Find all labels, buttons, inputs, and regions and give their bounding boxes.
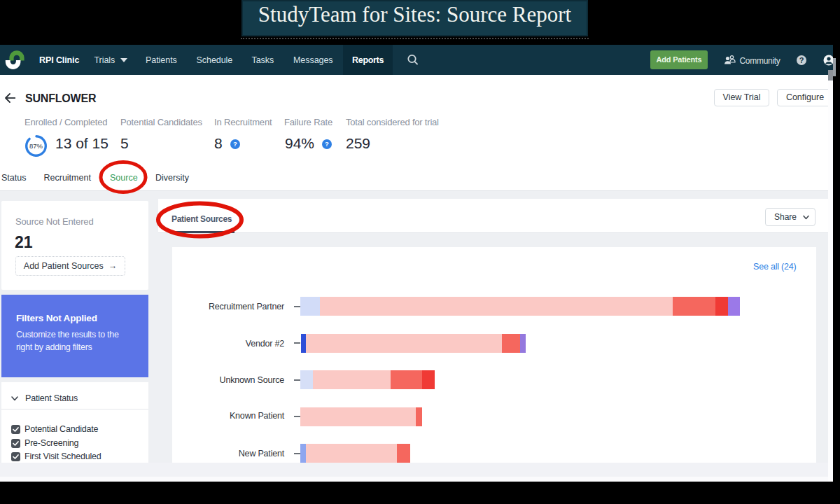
- svg-text:87%: 87%: [29, 142, 43, 150]
